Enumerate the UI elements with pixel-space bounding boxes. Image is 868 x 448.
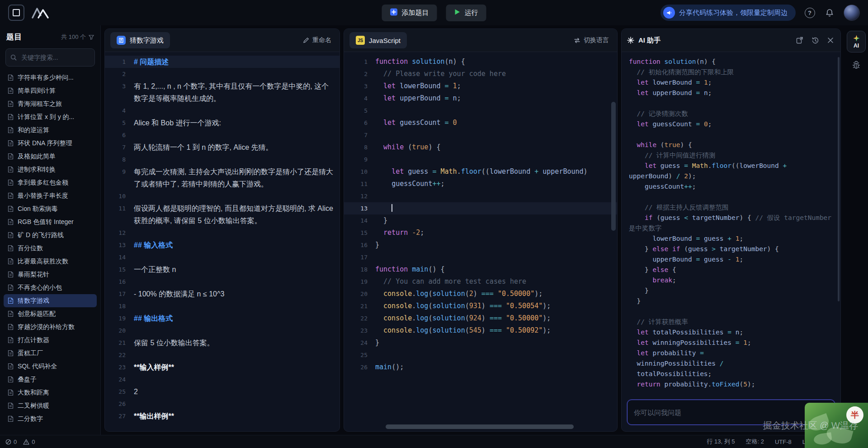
editor-vertical-scrollbar[interactable] [611,102,616,231]
code-text: } [629,296,641,306]
sidebar-item[interactable]: 暴雨梨花针 [4,268,97,281]
sidebar-item[interactable]: 计算位置 x 到 y 的... [4,110,97,124]
language-tab[interactable]: JS JavaScript [349,32,407,48]
errors-indicator[interactable]: 0 [5,438,17,445]
close-icon[interactable] [826,36,835,45]
markdown-line: 10 [105,190,340,202]
line-number: 9 [105,166,134,190]
brand-logo-icon[interactable] [32,7,49,19]
sidebar-item[interactable]: 拿到最多红包金额 [4,176,97,189]
search-box[interactable] [5,48,95,67]
sidebar-item[interactable]: 进制求和转换 [4,163,97,176]
ai-code-line: lowerBound = guess + 1; [629,234,834,244]
history-icon[interactable] [811,36,820,45]
avatar[interactable] [844,5,860,21]
markdown-line: 9每完成一次猜测, 主持会大声说出刚刚的数字是猜小了还是猜大了或者猜中了, 若猜… [105,166,340,190]
pencil-icon [303,37,309,43]
code-text: break; [629,275,676,286]
sidebar-item[interactable]: 环状 DNA 序列整理 [4,137,97,150]
promo-banner[interactable]: 分享代码练习体验，领限量定制周边 [660,5,796,21]
code-text: main(); [375,361,404,373]
sidebar-item[interactable]: 叠盘子 [4,373,97,386]
ai-code-line: } [629,296,834,306]
add-icon [390,8,398,17]
sidebar-item-label: 及格如此简单 [18,153,56,161]
line-number: 6 [344,117,375,129]
document-icon [8,192,14,199]
code-text: } else { [629,265,676,275]
sidebar-item[interactable]: RGB 色值转 Integer [4,215,97,229]
editor-horizontal-scrollbar[interactable] [386,424,574,429]
sidebar-item[interactable]: 穿越沙漠的补给方数 [4,320,97,334]
markdown-line: 26 [105,398,340,410]
markdown-text: # 问题描述 [134,56,340,68]
sidebar-item[interactable]: 矿 D 的飞行路线 [4,229,97,242]
sidebar-item[interactable]: 打点计数器 [4,334,97,347]
sidebar-item[interactable]: 二分数字 [4,412,97,425]
insert-code-icon[interactable] [795,36,804,45]
sidebar-item[interactable]: 及格如此简单 [4,150,97,163]
code-text: while (true) { [375,141,441,153]
sidebar-item[interactable]: 和的逆运算 [4,124,97,137]
sidebar-item[interactable]: SQL 代码补全 [4,360,97,373]
markdown-text: 2 [134,386,340,398]
line-number: 1 [344,56,375,68]
sidebar-item-label: 二分数字 [18,415,43,423]
document-icon [8,376,14,383]
sidebar-item[interactable]: 二叉树供暖 [4,399,97,412]
code-text: } [375,214,387,227]
sidebar-item[interactable]: 百分位数 [4,242,97,255]
code-text: } [629,286,649,296]
problem-content[interactable]: 1# 问题描述23有 1, 2,..., n , n 个数字, 其中有且仅有一个… [105,52,340,431]
debug-icon[interactable] [852,61,861,70]
ai-rail-button[interactable]: AI [847,31,866,52]
encoding[interactable]: UTF-8 [775,438,792,445]
line-number: 8 [344,141,375,153]
problem-tab[interactable]: 猜数字游戏 [110,32,170,48]
ai-code-line: } else if (guess > targetNumber) { [629,244,834,254]
ai-code-line: function solution(n) { [629,57,834,67]
rename-button[interactable]: 重命名 [300,36,334,45]
switch-language-button[interactable]: 切换语言 [571,36,612,45]
code-line: 16} [344,239,617,251]
sidebar-item[interactable]: Cion 勒索病毒 [4,202,97,215]
code-editor[interactable]: 1function solution(n) {2 // Please write… [344,52,617,431]
code-text: // Please write your code here [375,68,506,80]
ai-code-line: guessCount++; [629,181,834,192]
sidebar-item[interactable]: 青海湖租车之旅 [4,97,97,110]
document-icon [8,114,14,120]
code-text: let probability = [629,348,704,358]
sidebar-item[interactable]: 字符串有多少种问... [4,71,97,84]
add-problem-button[interactable]: 添加题目 [382,5,437,21]
document-icon [8,402,14,409]
sidebar-item-label: 穿越沙漠的补给方数 [18,323,75,331]
ai-scrollbar[interactable] [838,57,840,301]
search-input[interactable] [20,53,90,62]
markdown-text [134,398,340,410]
sidebar-item[interactable]: 不再贪心的小包 [4,281,97,294]
help-icon[interactable]: ? [804,7,816,19]
line-number: 18 [344,263,375,276]
notifications-icon[interactable] [824,7,835,19]
sidebar-item[interactable]: 猜数字游戏 [4,294,97,307]
sidebar-item-label: 比赛最高获胜次数 [18,257,68,266]
switch-language-label: 切换语言 [584,36,609,44]
document-icon [8,179,14,186]
sidebar-item[interactable]: 最小替换子串长度 [4,189,97,202]
cursor-position[interactable]: 行 13, 列 5 [707,438,735,446]
code-text: let winningPossibilities = 1; [629,338,751,348]
sidebar-item[interactable]: 蛋糕工厂 [4,347,97,360]
sidebar-item[interactable]: 大数和距离 [4,386,97,399]
filter-icon[interactable] [89,34,94,40]
sidebar-item[interactable]: 创意标题匹配 [4,307,97,320]
ai-code-line: } [629,286,834,296]
run-button[interactable]: 运行 [446,5,486,21]
indentation[interactable]: 空格: 2 [746,438,764,446]
warnings-indicator[interactable]: 0 [23,438,35,445]
markdown-line: 19## 输出格式 [105,312,340,324]
line-number: 2 [105,68,134,80]
app-logo-icon[interactable] [8,5,24,21]
sidebar-item[interactable]: 简单四则计算 [4,84,97,97]
statusbar-right: 行 13, 列 5 空格: 2 UTF-8 LF [707,438,809,446]
sidebar-item[interactable]: 比赛最高获胜次数 [4,255,97,268]
